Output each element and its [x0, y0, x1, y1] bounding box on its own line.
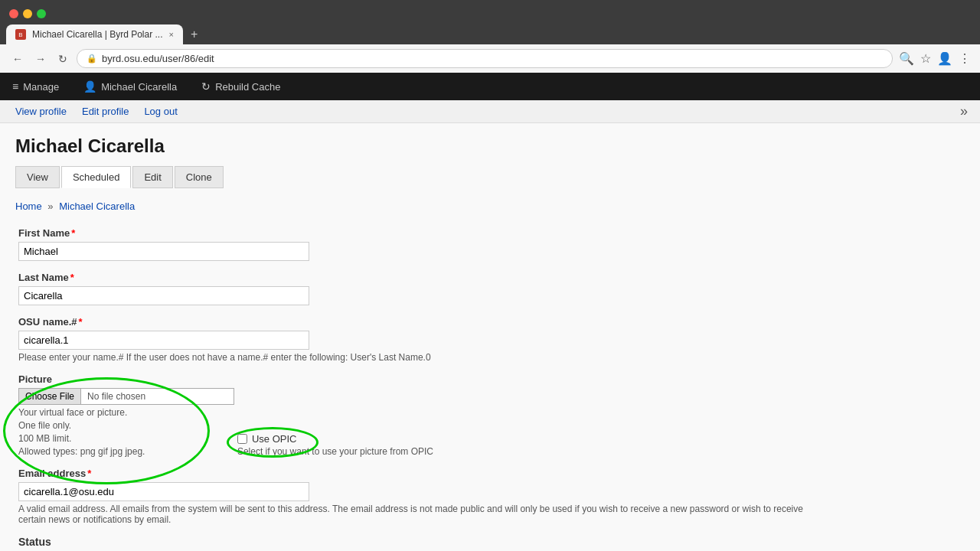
required-star: * — [87, 468, 91, 479]
address-bar: ← → ↻ 🔒 byrd.osu.edu/user/86/edit 🔍 ☆ 👤 … — [0, 44, 980, 73]
page-content: Michael Cicarella View Scheduled Edit Cl… — [0, 123, 980, 551]
url-text: byrd.osu.edu/user/86/edit — [102, 53, 214, 64]
user-menu-item[interactable]: 👤 Michael Cicarella — [77, 73, 183, 100]
lock-icon: 🔒 — [87, 54, 97, 64]
active-tab[interactable]: B Michael Cicarella | Byrd Polar ... × — [6, 24, 183, 44]
tab-clone[interactable]: Clone — [175, 166, 224, 188]
breadcrumb: Home » Michael Cicarella — [15, 201, 965, 212]
picture-section: Choose File No file chosen Your virtual … — [18, 388, 234, 457]
user-profile-icon[interactable]: 👤 — [937, 51, 952, 66]
use-opic-text: Use OPIC — [252, 433, 297, 445]
tab-scheduled[interactable]: Scheduled — [61, 166, 131, 188]
opic-hint: Select if you want to use your picture f… — [237, 446, 433, 457]
admin-user-label: Michael Cicarella — [101, 81, 177, 93]
browser-menu-icon[interactable]: ⋮ — [959, 51, 971, 66]
choose-file-button[interactable]: Choose File — [18, 388, 81, 405]
last-name-label: Last Name* — [18, 272, 962, 283]
picture-label: Picture — [18, 373, 962, 385]
osu-name-label: OSU name.#* — [18, 316, 962, 328]
email-hint: A valid email address. All emails from t… — [18, 504, 815, 525]
view-profile-link[interactable]: View profile — [9, 101, 73, 122]
edit-profile-link[interactable]: Edit profile — [76, 101, 135, 122]
picture-group: Picture Choose File No file chosen Your … — [18, 373, 962, 457]
maximize-window-button[interactable] — [37, 9, 46, 18]
edit-form: First Name* Last Name* OSU name.#* Pleas… — [15, 227, 965, 548]
required-star: * — [70, 272, 74, 283]
tab-close-button[interactable]: × — [169, 30, 174, 39]
use-opic-checkbox[interactable] — [237, 434, 247, 444]
first-name-group: First Name* — [18, 227, 962, 261]
status-group: Status — [18, 536, 962, 548]
user-icon: 👤 — [83, 80, 96, 93]
use-opic-label[interactable]: Use OPIC — [237, 433, 433, 445]
required-star: * — [79, 316, 83, 328]
forward-button[interactable]: → — [32, 51, 49, 67]
rebuild-cache-item[interactable]: ↻ Rebuild Cache — [195, 73, 286, 100]
tab-favicon: B — [15, 29, 26, 40]
opic-section: Use OPIC Select if you want to use your … — [237, 433, 433, 457]
minimize-window-button[interactable] — [23, 9, 32, 18]
picture-hint-3: 100 MB limit. — [18, 433, 234, 444]
back-button[interactable]: ← — [9, 51, 26, 67]
rebuild-label: Rebuild Cache — [215, 81, 280, 93]
first-name-input[interactable] — [18, 242, 309, 261]
required-star: * — [71, 227, 75, 239]
first-name-label: First Name* — [18, 227, 962, 239]
browser-chrome: B Michael Cicarella | Byrd Polar ... × + — [0, 0, 980, 44]
last-name-group: Last Name* — [18, 272, 962, 305]
status-label: Status — [18, 536, 962, 548]
osu-name-hint: Please enter your name.# If the user doe… — [18, 352, 962, 363]
osu-name-group: OSU name.#* Please enter your name.# If … — [18, 316, 962, 363]
search-icon[interactable]: 🔍 — [899, 51, 914, 66]
email-group: Email address* A valid email address. Al… — [18, 468, 962, 525]
content-tabs: View Scheduled Edit Clone — [15, 166, 965, 188]
tab-title: Michael Cicarella | Byrd Polar ... — [32, 29, 163, 40]
new-tab-button[interactable]: + — [185, 24, 204, 44]
nav-collapse-icon[interactable]: » — [957, 100, 971, 122]
last-name-input[interactable] — [18, 286, 309, 305]
secondary-nav: View profile Edit profile Log out » — [0, 100, 980, 123]
url-bar[interactable]: 🔒 byrd.osu.edu/user/86/edit — [77, 49, 893, 68]
file-input-wrapper: Choose File No file chosen — [18, 388, 234, 405]
email-label: Email address* — [18, 468, 962, 479]
file-name-display: No file chosen — [81, 388, 234, 405]
rebuild-icon: ↻ — [201, 80, 211, 93]
traffic-lights — [6, 6, 974, 24]
breadcrumb-separator: » — [47, 201, 53, 212]
breadcrumb-home[interactable]: Home — [15, 201, 42, 212]
manage-menu-item[interactable]: ≡ Manage — [6, 73, 65, 100]
picture-hint-2: One file only. — [18, 420, 234, 431]
tab-edit[interactable]: Edit — [132, 166, 172, 188]
browser-action-buttons: 🔍 ☆ 👤 ⋮ — [899, 51, 971, 66]
manage-label: Manage — [23, 81, 59, 93]
log-out-link[interactable]: Log out — [138, 101, 183, 122]
browser-tabs: B Michael Cicarella | Byrd Polar ... × + — [6, 24, 974, 44]
osu-name-input[interactable] — [18, 331, 309, 350]
reload-button[interactable]: ↻ — [55, 51, 70, 67]
breadcrumb-current[interactable]: Michael Cicarella — [59, 201, 135, 212]
manage-icon: ≡ — [12, 80, 18, 93]
close-window-button[interactable] — [9, 9, 18, 18]
email-input[interactable] — [18, 482, 309, 501]
bookmark-icon[interactable]: ☆ — [920, 51, 931, 66]
page-title: Michael Cicarella — [15, 135, 965, 157]
tab-view[interactable]: View — [15, 166, 60, 188]
admin-toolbar: ≡ Manage 👤 Michael Cicarella ↻ Rebuild C… — [0, 73, 980, 100]
picture-hint-1: Your virtual face or picture. — [18, 407, 234, 418]
picture-hint-4: Allowed types: png gif jpg jpeg. — [18, 446, 234, 457]
